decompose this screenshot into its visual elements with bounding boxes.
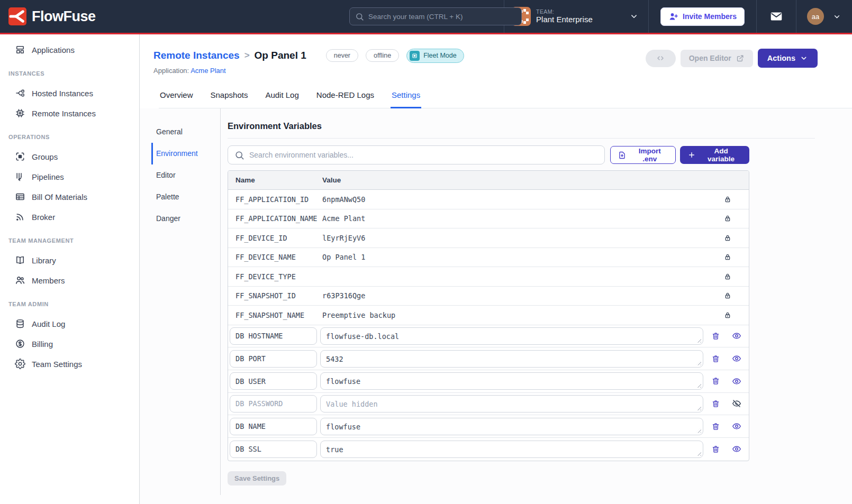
sidebar-item-members[interactable]: Members (0, 270, 139, 290)
sidebar-item-broker[interactable]: Broker (0, 207, 139, 227)
env-locked-row: FF_DEVICE_ID lEyrRjEyV6 (228, 228, 749, 248)
env-var-name-input[interactable] (230, 418, 317, 435)
delete-variable-button[interactable] (711, 354, 720, 363)
invite-members-label: Invite Members (683, 12, 737, 21)
sidebar-item-remote-instances[interactable]: Remote Instances (0, 103, 139, 123)
toggle-visibility-button[interactable] (732, 377, 741, 386)
env-search[interactable] (228, 145, 605, 164)
breadcrumb-remote-instances[interactable]: Remote Instances (153, 50, 240, 61)
env-var-name-input[interactable] (230, 350, 317, 368)
save-settings-button[interactable]: Save Settings (228, 471, 286, 485)
env-var-value-input[interactable]: true (320, 441, 703, 458)
lock-icon (723, 214, 749, 223)
sidebar-item-pipelines[interactable]: Pipelines (0, 167, 139, 187)
sidebar-item-label: Audit Log (32, 319, 65, 328)
sidebar-item-team-settings[interactable]: Team Settings (0, 354, 139, 374)
team-name: Plant Enterprise (536, 15, 593, 24)
import-env-button[interactable]: Import .env (610, 146, 676, 164)
add-variable-button[interactable]: Add variable (680, 146, 749, 164)
env-var-name-input[interactable] (230, 395, 317, 413)
notifications-button[interactable] (757, 0, 796, 33)
actions-button[interactable]: Actions (758, 49, 818, 68)
delete-variable-button[interactable] (711, 422, 720, 431)
sidebar-item-audit-log[interactable]: Audit Log (0, 314, 139, 334)
team-search-input[interactable] (368, 13, 516, 21)
settings-nav-environment[interactable]: Environment (151, 143, 220, 164)
sidebar-item-hosted-instances[interactable]: Hosted Instances (0, 83, 139, 103)
sidebar-section-team-management: TEAM MANAGEMENT (0, 237, 139, 244)
env-var-name-input[interactable] (230, 327, 317, 345)
sidebar-item-label: Members (32, 276, 65, 285)
badge-fleet-mode: Fleet Mode (406, 49, 464, 63)
tab-overview[interactable]: Overview (159, 86, 194, 108)
env-var-value-input[interactable] (320, 395, 703, 413)
tab-node-red-logs[interactable]: Node-RED Logs (315, 86, 375, 108)
settings-nav-general[interactable]: General (151, 121, 220, 143)
table-header-row: Name Value (228, 171, 749, 190)
env-var-value-input[interactable]: flowfuse-db.local (320, 327, 703, 345)
sidebar-item-label: Remote Instances (32, 109, 96, 118)
env-var-value-input[interactable]: flowfuse (320, 418, 703, 435)
sidebar-item-label: Billing (32, 340, 53, 349)
delete-variable-button[interactable] (711, 445, 720, 454)
toggle-visibility-button[interactable] (732, 421, 741, 431)
invite-members-button[interactable]: Invite Members (660, 7, 745, 26)
sidebar-item-bill-of-materials[interactable]: Bill Of Materials (0, 187, 139, 207)
eye-icon (732, 421, 741, 431)
delete-variable-button[interactable] (711, 399, 720, 408)
env-editable-row: flowfuse-db.local (228, 325, 749, 348)
delete-variable-button[interactable] (711, 332, 720, 341)
chevron-down-icon (832, 12, 841, 21)
tab-audit-log[interactable]: Audit Log (264, 86, 300, 108)
tab-settings[interactable]: Settings (391, 86, 421, 108)
env-var-name-input[interactable] (230, 441, 317, 458)
developer-mode-button[interactable] (646, 50, 676, 67)
application-link[interactable]: Acme Plant (191, 67, 225, 75)
chevron-down-icon (800, 54, 808, 62)
env-search-input[interactable] (249, 151, 598, 159)
badge-last-seen: never (326, 49, 358, 62)
delete-variable-button[interactable] (711, 377, 720, 386)
sidebar-section-instances: INSTANCES (0, 70, 139, 77)
open-editor-button[interactable]: Open Editor (681, 50, 753, 67)
env-var-value-input[interactable]: flowfuse (320, 372, 703, 390)
toggle-visibility-button[interactable] (732, 354, 741, 363)
eye-icon (732, 354, 741, 363)
sidebar-item-label: Pipelines (32, 172, 64, 181)
env-var-value: Op Panel 1 (322, 253, 723, 261)
settings-nav-danger[interactable]: Danger (151, 208, 220, 230)
sidebar-item-library[interactable]: Library (0, 250, 139, 270)
gear-icon (15, 359, 25, 369)
trash-icon (711, 332, 720, 341)
add-variable-label: Add variable (700, 147, 742, 163)
sidebar-item-billing[interactable]: Billing (0, 334, 139, 354)
env-var-name: FF_SNAPSHOT_NAME (228, 311, 322, 319)
user-avatar: aa (807, 8, 824, 25)
badge-status: offline (366, 49, 399, 62)
eye-icon (732, 377, 741, 386)
trash-icon (711, 377, 720, 386)
top-navbar: FlowFuse (0, 0, 852, 34)
settings-subnav: General Environment Editor Palette Dange… (140, 108, 221, 495)
env-var-value: r63P316Qge (322, 291, 723, 300)
env-var-name: FF_DEVICE_NAME (228, 253, 322, 261)
settings-nav-editor[interactable]: Editor (151, 164, 220, 186)
env-editable-row: flowfuse (228, 370, 749, 393)
chevron-down-icon (629, 12, 639, 21)
toggle-visibility-button[interactable] (732, 331, 741, 341)
env-var-value-input[interactable]: 5432 (320, 350, 703, 368)
flowfuse-brand[interactable]: FlowFuse (0, 7, 96, 25)
cpu-chip-icon (15, 108, 25, 118)
user-menu[interactable]: aa (796, 0, 852, 33)
environment-variables-title: Environment Variables (228, 121, 815, 139)
settings-nav-palette[interactable]: Palette (151, 186, 220, 208)
sidebar-item-applications[interactable]: Applications (0, 40, 139, 60)
team-search[interactable] (349, 7, 522, 25)
sidebar-item-groups[interactable]: Groups (0, 146, 139, 167)
toggle-visibility-button[interactable] (732, 399, 741, 408)
tab-snapshots[interactable]: Snapshots (210, 86, 249, 108)
toggle-visibility-button[interactable] (732, 444, 741, 454)
env-var-name-input[interactable] (230, 372, 317, 390)
sidebar-item-label: Bill Of Materials (32, 193, 87, 201)
team-selector[interactable]: TEAM: Plant Enterprise (504, 0, 648, 33)
